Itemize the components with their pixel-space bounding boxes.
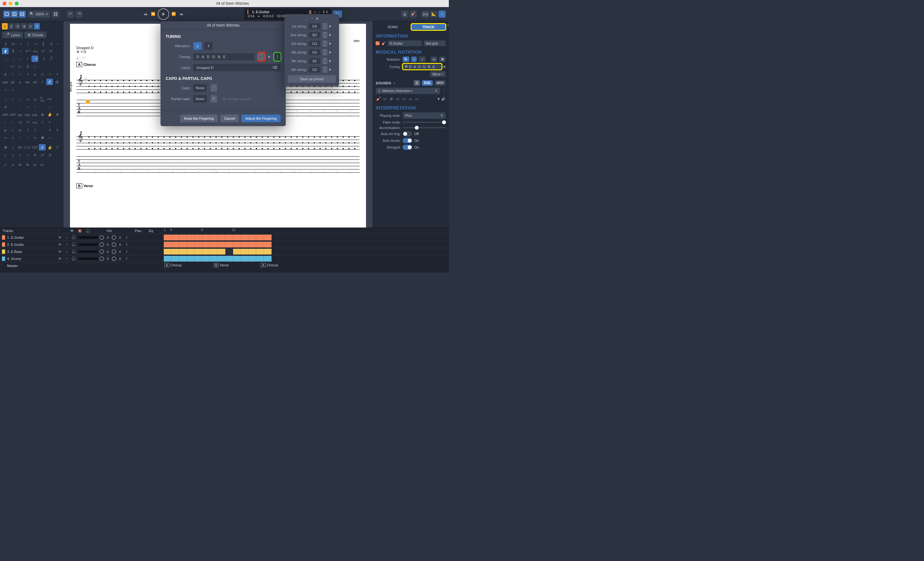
dotted-note[interactable]: · <box>54 55 60 62</box>
play-string-1-icon[interactable] <box>329 25 332 28</box>
add-sound-button[interactable]: + <box>393 81 396 85</box>
solo-icon[interactable]: 🎧 <box>71 235 76 239</box>
dyn-mf[interactable]: mf <box>32 79 38 85</box>
solo-icon[interactable]: 🎧 <box>71 242 76 247</box>
save-preset-button[interactable]: Save as preset <box>288 75 336 83</box>
track-select-1[interactable]: 1 <box>2 23 8 30</box>
octave-down-icon[interactable]: 8ᵥᵦ <box>32 48 39 54</box>
octave-icon[interactable]: 8ᵛᵃ <box>25 48 32 54</box>
thirtysecond-note[interactable]: 𝅘𝅥𝅰 <box>39 55 46 62</box>
track-name-field[interactable]: E.Guitar <box>388 40 422 46</box>
crescendo[interactable]: ＜ <box>2 86 9 93</box>
amp-icon[interactable]: 🎸 <box>376 96 381 102</box>
string-1-value[interactable]: E4 <box>309 24 320 29</box>
expand-effects-icon[interactable] <box>438 97 440 100</box>
rse-badge[interactable]: RSE <box>422 80 432 86</box>
string-5-stepper[interactable]: ⌃⌄ <box>322 58 327 64</box>
speaker-icon[interactable]: 🔊 <box>441 97 446 101</box>
zoom-control[interactable]: 🔍 100% ⇅ <box>28 10 50 18</box>
go-end-button[interactable]: ⏭ <box>178 11 184 17</box>
track-row-1[interactable]: 1. E.Guitar 👁 ○ 🎧 A A ⦀ <box>0 233 164 241</box>
mute-icon[interactable]: ○ <box>64 257 69 260</box>
track-short-field[interactable]: dist.guit. <box>424 40 446 46</box>
alteration-sharp-button[interactable]: ♯ <box>204 42 213 50</box>
capo-select[interactable]: None <box>193 84 207 92</box>
undo-button[interactable]: ↶ <box>67 10 74 18</box>
play-string-4-icon[interactable] <box>329 51 332 54</box>
mute-icon[interactable]: ○ <box>64 250 69 254</box>
solo-icon[interactable]: 🎧 <box>71 256 76 260</box>
track-select-2[interactable]: 2 <box>8 23 14 30</box>
play-string-2-icon[interactable] <box>329 34 332 36</box>
dyn-ff[interactable]: ff <box>46 79 53 85</box>
playing-style-select[interactable]: Pick⇅ <box>403 112 446 119</box>
string-6-stepper[interactable]: ⌃⌄ <box>322 66 327 73</box>
notation-standard-btn[interactable]: 5- <box>403 57 410 62</box>
chevron-down-icon[interactable]: ⌄ <box>305 17 308 21</box>
add-panel-button[interactable]: + <box>447 22 449 28</box>
more-button[interactable]: More ▾ <box>430 71 446 77</box>
dyn-ppp[interactable]: ppp <box>2 79 9 85</box>
dyn-pp[interactable]: pp <box>9 79 16 85</box>
text-icon[interactable]: X̄ <box>10 48 16 54</box>
play-tuning-icon[interactable] <box>444 66 446 68</box>
pan-knob[interactable] <box>112 242 116 247</box>
rewind-button[interactable]: ⏪ <box>150 11 156 17</box>
flat[interactable]: ♭ <box>9 71 16 77</box>
fermata-icon[interactable]: 𝄐 <box>17 48 24 54</box>
play-button[interactable] <box>158 8 169 20</box>
string-6-value[interactable]: D2 <box>309 67 320 73</box>
sixteenth-note[interactable]: 𝅘𝅥𝅯 <box>32 55 38 62</box>
pan-knob[interactable] <box>112 235 116 240</box>
dyn-f[interactable]: f <box>39 79 46 85</box>
tuning-value-field[interactable]: D A D G B E <box>193 53 254 60</box>
volume-knob[interactable] <box>99 256 104 261</box>
multitrack-button[interactable]: ≡ <box>28 23 33 30</box>
keep-fingering-button[interactable]: Keep the Fingering <box>180 115 218 122</box>
barline-icon[interactable]: ‖ <box>40 41 46 47</box>
section-icon[interactable]: ▮ <box>2 48 9 54</box>
volume-knob[interactable] <box>99 235 104 240</box>
notation-opt2-btn[interactable]: ⊞ <box>439 57 446 62</box>
play-string-5-icon[interactable] <box>329 60 332 62</box>
visibility-icon[interactable]: 👁 <box>57 236 62 239</box>
sixtyfourth-note[interactable]: 𝅘𝅥𝅱 <box>46 55 53 62</box>
visibility-icon[interactable]: 👁 <box>57 242 62 247</box>
track-row-3[interactable]: 3. E.Bass 👁 ○ 🎧 A A ⦀ <box>0 248 164 255</box>
note-icon[interactable]: ♪ <box>25 41 32 47</box>
whole-note[interactable]: 𝅝 <box>2 55 9 62</box>
palm-mute-slider[interactable] <box>403 122 446 123</box>
cancel-button[interactable]: Cancel <box>220 115 239 122</box>
track-row-4[interactable]: 4. Drums 👁 ○ 🎧 A A ⦀ <box>0 255 164 262</box>
play-string-3-icon[interactable] <box>329 42 332 45</box>
dyn-p[interactable]: p <box>17 79 23 85</box>
mute-icon[interactable]: ○ <box>64 242 69 247</box>
capo-stepper[interactable]: ⌃ <box>211 84 217 92</box>
volume-knob[interactable] <box>99 249 104 254</box>
mixer-button[interactable]: ≡ <box>439 10 446 18</box>
quarter-note[interactable]: ♩ <box>17 55 23 62</box>
midi-badge[interactable]: MIDI <box>435 80 446 86</box>
sound-select[interactable]: 1. Witches Distortion I ⇅ <box>376 88 440 94</box>
auto-let-ring-toggle[interactable] <box>403 131 412 136</box>
adjust-fingering-button[interactable]: Adjust the Fingering <box>242 115 280 122</box>
mute-icon[interactable]: ○ <box>64 236 69 239</box>
pan-knob[interactable] <box>112 256 116 261</box>
eq-icon[interactable]: ⦀ <box>124 256 129 260</box>
dyn-mp[interactable]: mp <box>24 79 31 85</box>
tuning-stepper[interactable]: ⌃⌄ <box>258 53 264 61</box>
alteration-flat-button[interactable]: ♭ <box>193 42 202 50</box>
triplet-icon[interactable]: ⁓ <box>32 41 39 47</box>
eq-icon[interactable]: ⦀ <box>124 242 129 247</box>
maximize-window-button[interactable] <box>15 1 19 6</box>
track-select-3[interactable]: 3 <box>15 23 21 30</box>
repeat-icon[interactable]: 𝄇 <box>47 41 54 47</box>
metronome-button[interactable]: 📐 <box>430 10 437 18</box>
track-row-2[interactable]: 2. E.Guitar 👁 ○ 🎧 A A ⦀ <box>0 241 164 248</box>
chords-button[interactable]: ⊞Chords <box>24 31 46 38</box>
sharp[interactable]: ♯ <box>24 71 31 77</box>
sharps-icon[interactable]: ♯♯ <box>10 41 16 47</box>
layout-single-button[interactable] <box>3 10 10 18</box>
track-select-4[interactable]: 4 <box>21 23 27 30</box>
string-4-value[interactable]: D3 <box>309 49 320 55</box>
